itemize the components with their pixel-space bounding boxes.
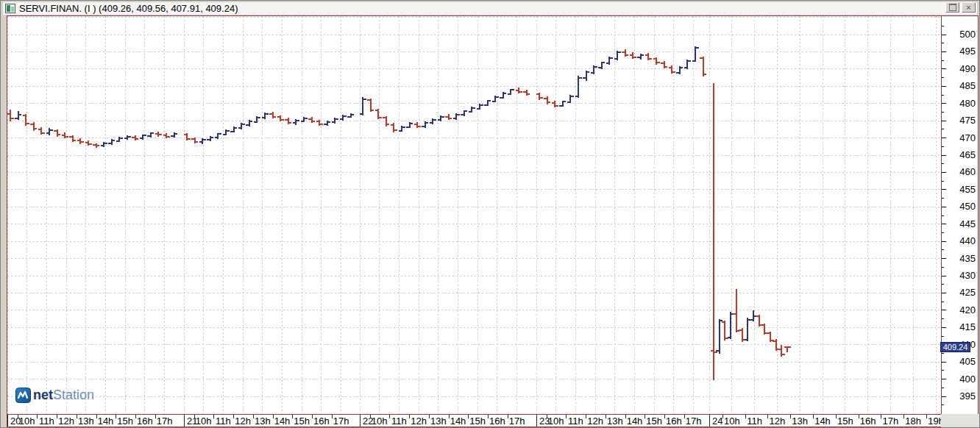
time-axis-mark [547, 415, 547, 418]
time-axis-mark [429, 415, 430, 418]
svg-text:440: 440 [959, 235, 976, 246]
time-axis-label: 10h [724, 415, 740, 427]
time-axis-label: 15h [469, 415, 486, 427]
time-axis-mark [273, 415, 274, 418]
time-axis-label: 16h [666, 415, 682, 427]
time-axis-mark [409, 415, 410, 418]
time-axis-label: 16h [137, 415, 153, 427]
time-axis-label: 16h [860, 415, 876, 427]
close-window-button[interactable]: × [962, 2, 976, 13]
time-axis-mark [449, 415, 450, 418]
time-axis-mark [664, 415, 665, 418]
time-axis-label: 12h [58, 415, 74, 427]
last-price-badge: 409.24 [940, 342, 970, 352]
time-axis-mark [488, 415, 489, 418]
restore-icon [949, 4, 956, 11]
time-axis-label: 12h [235, 415, 251, 427]
time-axis-label: 18h [905, 415, 921, 427]
time-axis-label: 14h [450, 415, 466, 427]
time-axis-mark [745, 415, 746, 418]
logo-text-station: Station [53, 388, 94, 402]
window-title: SERVI.FINAN. (I ) (409.26, 409.56, 407.9… [19, 3, 238, 14]
time-axis-mark [566, 415, 567, 418]
time-axis-label: 13h [430, 415, 447, 427]
chart-window-icon [5, 4, 15, 13]
time-axis-mark [37, 415, 38, 418]
netstation-logo: netStation [15, 388, 94, 403]
time-axis-mark [790, 415, 791, 418]
time-axis-label: 11h [391, 415, 407, 427]
time-axis-mark [135, 415, 136, 418]
time-axis-label: 15h [837, 415, 853, 427]
ohlc-chart-canvas[interactable] [7, 16, 941, 414]
time-axis-label: 17h [509, 415, 525, 427]
time-axis-mark [360, 415, 361, 427]
time-axis-label: 10h [196, 415, 212, 427]
svg-text:465: 465 [959, 149, 976, 160]
time-axis-mark [370, 415, 371, 418]
time-axis-label: 15h [117, 415, 133, 427]
time-axis-label: 14h [814, 415, 831, 427]
time-axis-mark [233, 415, 234, 418]
time-axis-label: 11h [216, 415, 231, 427]
time-axis-label: 14h [627, 415, 643, 427]
svg-text:470: 470 [959, 132, 976, 143]
time-axis-mark [292, 415, 293, 418]
svg-text:415: 415 [959, 321, 976, 332]
time-axis-label: 16h [313, 415, 330, 427]
time-axis-mark [684, 415, 685, 418]
netstation-chart-window: SERVI.FINAN. (I ) (409.26, 409.56, 407.9… [0, 0, 980, 428]
time-axis-mark [586, 415, 586, 418]
logo-text-net: net [33, 388, 53, 402]
time-axis-mark [836, 415, 837, 418]
time-axis-mark [57, 415, 57, 418]
time-axis-label: 13h [607, 415, 623, 427]
time-axis-mark [859, 415, 859, 418]
time-axis-mark [116, 415, 116, 418]
time-axis-mark [767, 415, 768, 418]
axis-corner [941, 414, 980, 428]
time-axis-label: 13h [792, 415, 808, 427]
svg-text:450: 450 [959, 201, 976, 212]
time-axis-label: 17h [333, 415, 349, 427]
time-axis-label: 24 [712, 415, 722, 427]
svg-text:425: 425 [959, 287, 976, 298]
time-axis: 2010h11h12h13h14h15h16h17h2110h11h12h13h… [7, 414, 941, 427]
time-axis-label: 17h [686, 415, 702, 427]
time-axis-label: 13h [255, 415, 271, 427]
time-axis-mark [536, 415, 537, 427]
time-axis-mark [468, 415, 469, 418]
time-axis-mark [389, 415, 390, 418]
svg-text:495: 495 [959, 46, 976, 57]
time-axis-mark [813, 415, 814, 418]
time-axis-mark [253, 415, 254, 418]
time-axis-label: 10h [19, 415, 35, 427]
time-axis-mark [722, 415, 723, 418]
time-axis-mark [881, 415, 881, 418]
window-titlebar[interactable]: SERVI.FINAN. (I ) (409.26, 409.56, 407.9… [3, 2, 977, 15]
time-axis-label: 17h [157, 415, 173, 427]
svg-text:400: 400 [959, 374, 976, 385]
netstation-logo-icon [15, 388, 31, 403]
time-axis-label: 12h [411, 415, 427, 427]
svg-text:445: 445 [959, 218, 976, 229]
time-axis-mark [903, 415, 904, 418]
svg-text:405: 405 [959, 356, 976, 367]
svg-text:435: 435 [959, 253, 976, 264]
svg-text:475: 475 [959, 115, 976, 126]
time-axis-label: 13h [78, 415, 94, 427]
time-axis-label: 14h [274, 415, 291, 427]
time-axis-mark [96, 415, 97, 418]
time-axis-label: 10h [548, 415, 564, 427]
restore-window-button[interactable] [945, 2, 959, 13]
svg-text:460: 460 [959, 166, 976, 177]
time-axis-mark [184, 415, 185, 427]
time-axis-label: 12h [770, 415, 786, 427]
time-axis-mark [926, 415, 927, 418]
time-axis-mark [312, 415, 313, 418]
time-axis-label: 11h [568, 415, 583, 427]
time-axis-label: 16h [489, 415, 505, 427]
time-axis-mark [194, 415, 195, 418]
time-axis-label: 11h [747, 415, 762, 427]
svg-text:480: 480 [959, 98, 976, 109]
